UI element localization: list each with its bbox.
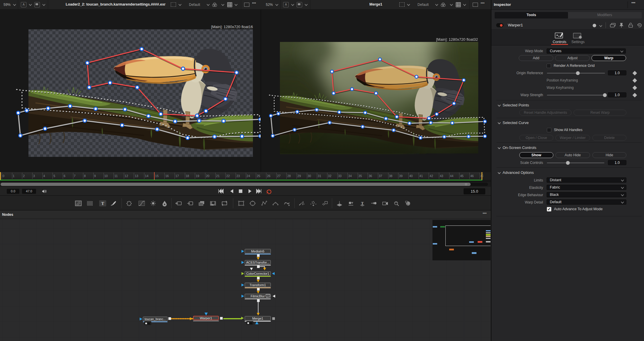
svg-text:[Main]: 1280x720 float32: [Main]: 1280x720 float32 xyxy=(436,37,478,42)
svg-text:[Main]: 1280x720 float16: [Main]: 1280x720 float16 xyxy=(211,25,253,29)
svg-text:T: T xyxy=(361,201,364,205)
svg-text:T: T xyxy=(101,201,104,206)
